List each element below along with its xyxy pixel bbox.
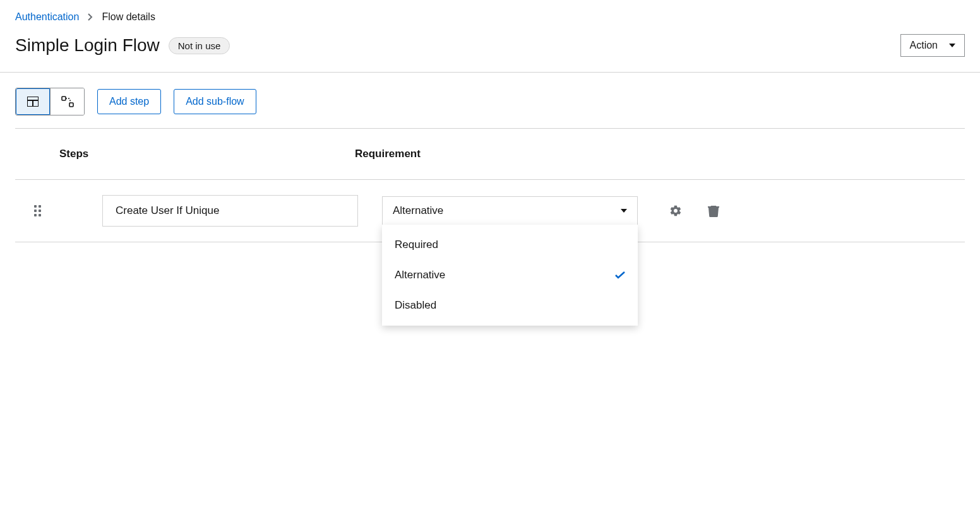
breadcrumb-current: Flow details bbox=[102, 11, 155, 23]
requirement-option-alternative[interactable]: Alternative bbox=[382, 260, 638, 290]
check-icon bbox=[615, 271, 625, 279]
drag-icon bbox=[34, 205, 41, 216]
page-title: Simple Login Flow bbox=[15, 35, 160, 56]
page-header: Simple Login Flow Not in use Action bbox=[0, 23, 980, 73]
column-requirement: Requirement bbox=[355, 148, 965, 160]
trash-icon bbox=[708, 204, 719, 217]
svg-rect-3 bbox=[62, 97, 66, 100]
requirement-select-value: Alternative bbox=[393, 204, 443, 217]
action-dropdown[interactable]: Action bbox=[900, 34, 965, 57]
caret-down-icon bbox=[621, 209, 627, 213]
option-label: Required bbox=[395, 239, 438, 251]
caret-down-icon bbox=[949, 44, 955, 47]
table-icon bbox=[27, 97, 39, 107]
gear-icon bbox=[669, 204, 682, 217]
option-label: Disabled bbox=[395, 299, 436, 312]
row-actions bbox=[669, 204, 720, 217]
breadcrumb-parent-link[interactable]: Authentication bbox=[15, 11, 79, 23]
drag-handle[interactable] bbox=[15, 205, 59, 216]
chevron-right-icon bbox=[88, 13, 93, 21]
table-header: Steps Requirement bbox=[15, 128, 965, 180]
view-toggle-group bbox=[15, 88, 85, 115]
diagram-view-toggle[interactable] bbox=[50, 88, 84, 115]
requirement-option-required[interactable]: Required bbox=[382, 230, 638, 260]
add-step-button[interactable]: Add step bbox=[97, 89, 161, 114]
add-subflow-button[interactable]: Add sub-flow bbox=[174, 89, 256, 114]
column-steps: Steps bbox=[59, 148, 355, 160]
diagram-icon bbox=[61, 96, 74, 107]
table-view-toggle[interactable] bbox=[16, 88, 50, 115]
delete-button[interactable] bbox=[707, 204, 720, 217]
status-badge: Not in use bbox=[169, 37, 230, 54]
step-name-box: Create User If Unique bbox=[102, 195, 358, 227]
settings-button[interactable] bbox=[669, 204, 682, 217]
requirement-select[interactable]: Alternative bbox=[382, 196, 638, 226]
breadcrumb: Authentication Flow details bbox=[0, 0, 980, 23]
option-label: Alternative bbox=[395, 269, 445, 281]
table-row: Create User If Unique Alternative bbox=[15, 180, 965, 242]
toolbar: Add step Add sub-flow bbox=[15, 88, 965, 115]
requirement-dropdown-menu: Required Alternative Disabled bbox=[382, 225, 638, 326]
requirement-option-disabled[interactable]: Disabled bbox=[382, 290, 638, 321]
svg-rect-4 bbox=[69, 103, 73, 107]
action-dropdown-label: Action bbox=[910, 40, 938, 51]
